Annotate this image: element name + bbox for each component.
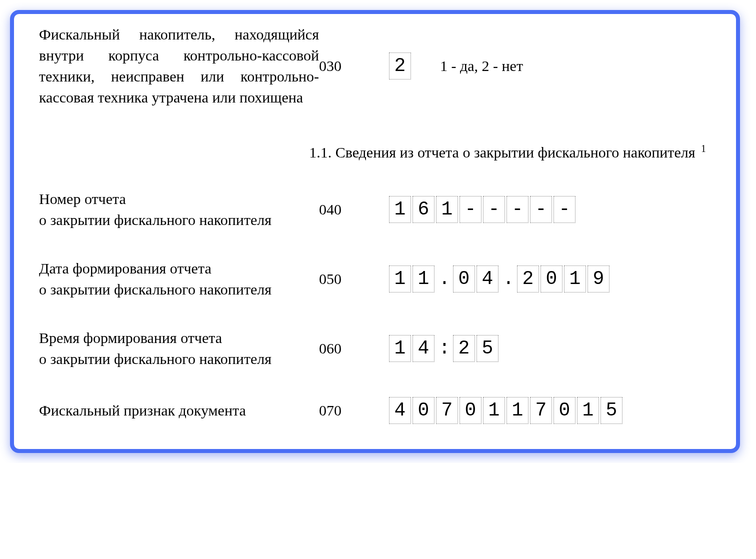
input-cell[interactable]: 4 [389,397,411,424]
row-030-code: 030 [319,58,389,74]
row-030-hint: 1 - да, 2 - нет [440,58,523,74]
input-cell[interactable]: 1 [483,397,505,424]
input-cell[interactable]: 0 [460,397,482,424]
input-cell[interactable]: - [506,196,528,223]
form-frame: Фискальный накопитель, находящийся внутр… [10,10,740,453]
row-070-label: Фискальный признак документа [39,400,319,421]
row-050: Дата формирования отчета о закрытии фиск… [39,258,711,300]
row-040: Номер отчета о закрытии фискального нако… [39,188,711,230]
row-060-code: 060 [319,340,389,357]
row-050-code: 050 [319,270,389,288]
input-cell[interactable]: 9 [588,266,610,292]
input-cell[interactable]: 6 [412,196,434,223]
section-title-text: 1.1. Сведения из отчета о закрытии фиска… [309,144,695,160]
input-cell[interactable]: 1 [564,266,586,292]
input-cell[interactable]: - [554,196,576,223]
row-050-value: 1 1 . 0 4 . 2 0 1 9 [389,266,611,292]
input-cell[interactable]: - [530,196,552,223]
input-cell[interactable]: 4 [476,266,498,292]
row-050-label: Дата формирования отчета о закрытии фиск… [39,258,319,300]
row-060-value: 1 4 : 2 5 [389,335,500,362]
row-040-value: 1 6 1 - - - - - [389,196,577,223]
input-cell[interactable]: 1 [389,335,411,362]
input-cell[interactable]: - [460,196,482,223]
row-030: Фискальный накопитель, находящийся внутр… [39,24,711,108]
input-cell[interactable]: 1 [436,196,458,223]
row-030-label: Фискальный накопитель, находящийся внутр… [39,24,319,108]
input-cell[interactable]: 2 [389,52,411,80]
input-cell[interactable]: 2 [517,266,539,292]
input-cell[interactable]: 1 [412,266,434,292]
input-cell[interactable]: 2 [453,335,475,362]
input-cell[interactable]: 1 [389,196,411,223]
input-cell[interactable]: 1 [506,397,528,424]
row-040-code: 040 [319,201,389,218]
row-060-label: Время формирования отчета о закрытии фис… [39,328,319,370]
input-cell[interactable]: 0 [453,266,475,292]
input-cell[interactable]: 4 [412,335,434,362]
input-cell[interactable]: - [483,196,505,223]
row-070: Фискальный признак документа 070 4 0 7 0… [39,397,711,424]
row-040-label: Номер отчета о закрытии фискального нако… [39,188,319,230]
input-cell[interactable]: 5 [600,397,622,424]
section-title-footnote: 1 [701,143,706,154]
input-cell[interactable]: 5 [476,335,498,362]
input-cell[interactable]: 0 [554,397,576,424]
input-cell[interactable]: 0 [412,397,434,424]
input-cell[interactable]: 0 [540,266,562,292]
row-070-code: 070 [319,402,389,419]
row-030-value: 2 1 - да, 2 - нет [389,52,523,80]
input-cell[interactable]: 1 [577,397,599,424]
input-cell[interactable]: 7 [436,397,458,424]
row-070-value: 4 0 7 0 1 1 7 0 1 5 [389,397,624,424]
input-cell[interactable]: 7 [530,397,552,424]
time-separator: : [438,339,452,358]
date-separator: . [502,270,516,288]
date-separator: . [438,270,452,288]
row-060: Время формирования отчета о закрытии фис… [39,328,711,370]
section-title: 1.1. Сведения из отчета о закрытии фиска… [39,143,711,161]
input-cell[interactable]: 1 [389,266,411,292]
